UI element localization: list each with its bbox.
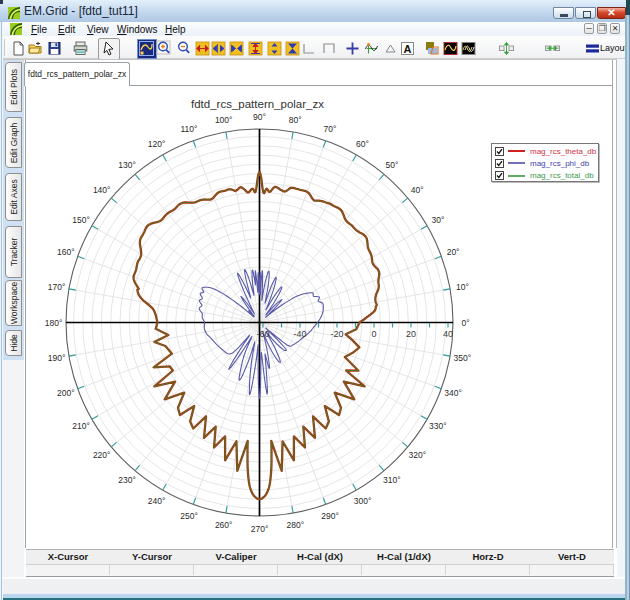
svg-text:330°: 330° [429, 421, 447, 431]
svg-text:180°: 180° [45, 318, 63, 328]
svg-text:fdtd_rcs_pattern_polar_zx: fdtd_rcs_pattern_polar_zx [191, 98, 324, 110]
svg-text:230°: 230° [118, 475, 136, 485]
svg-text:350°: 350° [454, 353, 472, 363]
svg-text:140°: 140° [93, 185, 111, 195]
svg-text:210°: 210° [72, 421, 90, 431]
svg-text:250°: 250° [180, 511, 198, 521]
svg-text:270°: 270° [251, 524, 269, 534]
svg-text:320°: 320° [409, 450, 427, 460]
svg-text:50°: 50° [385, 160, 398, 170]
svg-text:100°: 100° [215, 115, 233, 125]
svg-text:60°: 60° [356, 139, 369, 149]
svg-text:A: A [404, 43, 412, 55]
svg-text:190°: 190° [48, 353, 66, 363]
svg-text:90°: 90° [253, 112, 266, 122]
svg-text:-40: -40 [293, 329, 306, 339]
svg-text:150°: 150° [72, 215, 90, 225]
svg-text:300°: 300° [354, 496, 372, 506]
svg-text:340°: 340° [444, 388, 462, 398]
svg-text:0: 0 [371, 329, 376, 339]
svg-text:80°: 80° [289, 115, 302, 125]
svg-text:10°: 10° [456, 282, 469, 292]
svg-text:20°: 20° [447, 247, 460, 257]
svg-text:30°: 30° [431, 215, 444, 225]
svg-text:220°: 220° [93, 450, 111, 460]
svg-text:170°: 170° [48, 282, 66, 292]
svg-text:310°: 310° [383, 475, 401, 485]
svg-text:280°: 280° [287, 520, 305, 530]
svg-text:200°: 200° [57, 388, 75, 398]
svg-text:20: 20 [406, 329, 416, 339]
svg-text:290°: 290° [321, 511, 339, 521]
svg-text:40: 40 [443, 329, 453, 339]
svg-text:240°: 240° [148, 496, 166, 506]
svg-text:40°: 40° [411, 185, 424, 195]
svg-text:260°: 260° [215, 520, 233, 530]
svg-text:-60: -60 [256, 329, 269, 339]
svg-text:120°: 120° [148, 139, 166, 149]
svg-text:-20: -20 [330, 329, 343, 339]
svg-text:160°: 160° [57, 247, 75, 257]
svg-text:110°: 110° [181, 124, 198, 134]
svg-text:70°: 70° [324, 124, 337, 134]
svg-text:130°: 130° [118, 160, 136, 170]
svg-text:0°: 0° [461, 318, 469, 328]
